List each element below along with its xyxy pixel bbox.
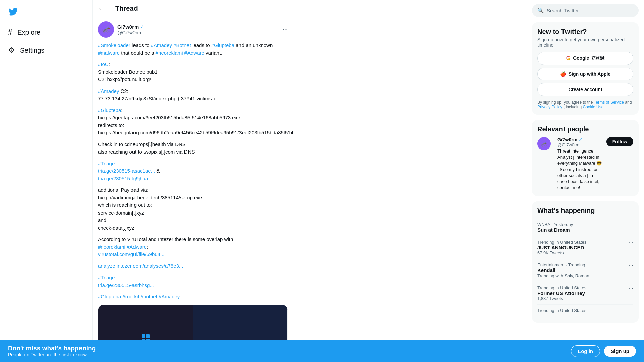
- svg-rect-0: [142, 334, 145, 338]
- hashtag-adware-2[interactable]: #Adware: [127, 244, 147, 250]
- follow-button[interactable]: Follow: [606, 137, 633, 146]
- create-account-button[interactable]: Create account: [537, 83, 633, 96]
- person-info: Gi7w0rm ✓ @Gi7w0rm Threat Intelligence A…: [557, 137, 603, 191]
- trend-item-4-meta: Trending in United States: [537, 308, 586, 313]
- thread-header: ← Thread: [93, 0, 293, 17]
- payload-domain1: service-domain[.]xyz: [98, 209, 288, 217]
- whats-happening-title: What's happening: [537, 207, 633, 215]
- relevant-people-title: Relevant people: [537, 125, 633, 133]
- glupteba-redirect: redirects to:: [98, 122, 288, 129]
- person-verified-icon: ✓: [579, 137, 583, 142]
- triage2-link[interactable]: tria.ge/230515-asrbhsg...: [98, 282, 154, 288]
- person-handle: @Gi7w0rm: [557, 142, 603, 147]
- trend-item-1[interactable]: Trending in United States JUST ANNOUNCED…: [537, 236, 633, 259]
- privacy-link[interactable]: Privacy Policy: [537, 105, 562, 109]
- vt-link[interactable]: virustotal.com/gui/file/69b64...: [98, 251, 164, 257]
- trend-item-0-header: WNBA · Yesterday Sun at Dream: [537, 222, 633, 233]
- trend-item-2-meta: Entertainment · Trending Kendall Trendin…: [537, 262, 589, 278]
- avatar: 🦟: [98, 21, 114, 38]
- hashtag-smokeloader[interactable]: #Smokeloader: [98, 42, 130, 48]
- overlap-text: According to ViruTotal and Intezer there…: [98, 236, 288, 243]
- triage-link-1[interactable]: tria.ge/230515-asac1ae...: [98, 168, 155, 174]
- explore-icon: #: [8, 28, 12, 37]
- search-input[interactable]: [547, 8, 633, 13]
- trend-item-2[interactable]: Entertainment · Trending Kendall Trendin…: [537, 259, 633, 282]
- whats-happening-panel: What's happening WNBA · Yesterday Sun at…: [532, 201, 639, 323]
- hashtag-amadey[interactable]: #Amadey: [151, 42, 172, 48]
- sidebar-item-explore[interactable]: # Explore: [4, 24, 88, 41]
- trend-item-0[interactable]: WNBA · Yesterday Sun at Dream: [537, 219, 633, 236]
- glupteba-url: hxxps://geofaps.com/3eef203fb515bda85f51…: [98, 114, 288, 122]
- hashtag-neoreklami[interactable]: #neoreklami: [156, 50, 183, 56]
- back-button[interactable]: ←: [98, 5, 105, 12]
- bottom-banner: Don't miss what's happening People on Tw…: [0, 340, 644, 362]
- hashtag-adware[interactable]: #Adware: [184, 50, 204, 56]
- cookie-link[interactable]: Cookie Use: [583, 105, 603, 109]
- more-options-button[interactable]: ···: [283, 26, 288, 33]
- new-twitter-title: New to Twitter?: [537, 28, 633, 36]
- dns-line1: Check in to cdneurops[.]health via DNS: [98, 141, 288, 148]
- dns-line2: also reaching out to twopixis[.]com via …: [98, 148, 288, 156]
- banner-main-text: Don't miss what's happening: [8, 345, 96, 352]
- screen-name: @Gi7w0rm: [117, 30, 144, 35]
- main-content: ← Thread 🦟 Gi7w0rm ✓ @Gi7w0rm ···: [92, 0, 293, 362]
- sidebar-item-explore-label: Explore: [17, 28, 40, 36]
- sidebar-item-settings[interactable]: ⚙ Settings: [4, 42, 88, 59]
- analyze-link[interactable]: analyze.intezer.com/analyses/a78e3...: [98, 263, 183, 269]
- apple-icon: 🍎: [560, 71, 566, 77]
- trend-item-3-more[interactable]: ···: [629, 285, 633, 291]
- trend-item-4-more[interactable]: ···: [629, 308, 633, 314]
- amadey-c2-text: C2:: [121, 88, 128, 94]
- signup-button[interactable]: Sign up: [604, 346, 636, 357]
- login-button[interactable]: Log in: [571, 345, 600, 357]
- footer-tag-botnet[interactable]: #botnet: [141, 294, 157, 299]
- hashtag-neoreklami-2[interactable]: #neoreklami: [98, 244, 125, 250]
- payload-label: additional Payload via:: [98, 186, 288, 194]
- banner-sub-text: People on Twitter are the first to know.: [8, 352, 96, 357]
- payload-domain2: check-data[.]xyz: [98, 224, 288, 232]
- trend-item-3-header: Trending in United States Former US Atto…: [537, 285, 633, 301]
- hashtag-amadey-2[interactable]: #Amadey: [98, 88, 119, 94]
- thread-title: Thread: [115, 5, 138, 12]
- payload-and: and: [98, 217, 288, 224]
- trend-item-1-header: Trending in United States JUST ANNOUNCED…: [537, 240, 633, 255]
- tweet-body: #Smokeloader leads to #Amadey #Botnet le…: [98, 42, 288, 301]
- trend-item-3[interactable]: Trending in United States Former US Atto…: [537, 282, 633, 305]
- footer-tag-rootkit[interactable]: #rootkit: [122, 294, 139, 299]
- trend-item-2-header: Entertainment · Trending Kendall Trendin…: [537, 262, 633, 278]
- google-signup-button[interactable]: G Google で登録: [537, 52, 633, 65]
- apple-signup-button[interactable]: 🍎 Sign up with Apple: [537, 68, 633, 80]
- apple-signup-label: Sign up with Apple: [569, 71, 610, 77]
- svg-rect-1: [146, 334, 150, 338]
- terms-link[interactable]: Terms of Service: [594, 100, 624, 105]
- person-display-name: Gi7w0rm: [557, 137, 577, 142]
- trend-item-2-more[interactable]: ···: [629, 262, 633, 268]
- amadey-url: 77.73.134.27/n9kdjc3xSf/index.php ( 3794…: [98, 95, 288, 103]
- create-account-label: Create account: [568, 87, 602, 92]
- hashtag-malware[interactable]: #malware: [98, 50, 120, 56]
- footer-tag-amadey[interactable]: #Amadey: [159, 294, 180, 299]
- person-name-row: Gi7w0rm ✓: [557, 137, 603, 142]
- trend-item-4-header: Trending in United States ···: [537, 308, 633, 314]
- settings-icon: ⚙: [8, 46, 15, 55]
- footer-tag-glupteba[interactable]: #Glupteba: [98, 294, 121, 299]
- hashtag-botnet[interactable]: #Botnet: [173, 42, 191, 48]
- search-box[interactable]: 🔍: [532, 4, 639, 17]
- hashtag-triage-2[interactable]: #Triage: [98, 275, 115, 280]
- new-twitter-subtitle: Sign up now to get your own personalized…: [537, 37, 633, 48]
- hashtag-glupteba[interactable]: #Glupteba: [211, 42, 234, 48]
- trend-item-1-more[interactable]: ···: [629, 240, 633, 246]
- ioc-smokeloader: Smokeloader Botnet: pub1: [98, 68, 288, 76]
- user-name-row: Gi7w0rm ✓: [117, 24, 144, 30]
- trend-item-4[interactable]: Trending in United States ···: [537, 305, 633, 317]
- twitter-logo[interactable]: [4, 3, 88, 22]
- tweet-user-row: 🦟 Gi7w0rm ✓ @Gi7w0rm ···: [98, 21, 288, 38]
- hashtag-ioc[interactable]: #IoC: [98, 61, 109, 67]
- person-row: 🦟 Gi7w0rm ✓ @Gi7w0rm Threat Intelligence…: [537, 137, 633, 191]
- search-icon: 🔍: [537, 7, 544, 14]
- hashtag-glupteba-2[interactable]: #Glupteba: [98, 107, 121, 113]
- triage-link-2[interactable]: tria.ge/230515-lg9jhaa...: [98, 176, 152, 181]
- hashtag-triage[interactable]: #Triage: [98, 161, 115, 166]
- person-bio: Threat Intelligence Analyst | Interested…: [557, 148, 603, 191]
- new-to-twitter-panel: New to Twitter? Sign up now to get your …: [532, 22, 639, 115]
